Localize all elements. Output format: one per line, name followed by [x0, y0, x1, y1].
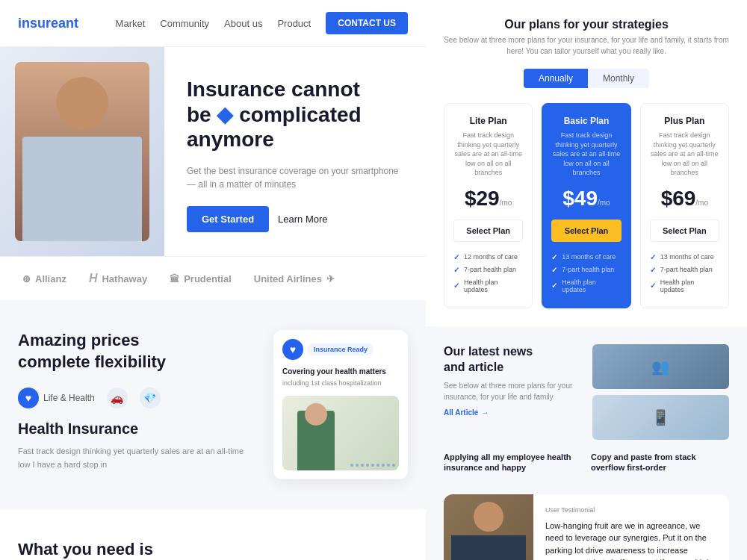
pricing-description: See below at three more plans for your i…: [444, 34, 729, 57]
basic-features: 13 months of care 7-part health plan Hea…: [551, 251, 621, 296]
plans-grid: Lite Plan Fast track design thinking yet…: [444, 103, 729, 308]
lite-features: 12 months of care 7-part health plan Hea…: [453, 251, 523, 296]
lite-plan-name: Lite Plan: [453, 116, 523, 126]
nav-about[interactable]: About us: [224, 18, 262, 29]
news-images: 👥 📱: [592, 344, 729, 440]
plus-features: 13 months of care 7-part health plan Hea…: [650, 251, 719, 296]
heart-tab-icon: ♥: [18, 388, 39, 408]
testimonial-section: COMPANY User Testimonial Low-hanging fru…: [426, 494, 747, 560]
health-insurance-desc: Fast track design thinking yet quarterly…: [18, 445, 251, 471]
basic-plan-price: $49/mo: [551, 187, 621, 211]
plus-feature-2: 7-part health plan: [650, 264, 719, 276]
plus-plan-name: Plus Plan: [650, 116, 719, 126]
hero-image: [0, 47, 164, 256]
lite-plan-desc: Fast track design thinking yet quarterly…: [453, 131, 523, 178]
news-article-2: Copy and paste from stack overflow first…: [591, 452, 729, 476]
get-started-button[interactable]: Get Started: [187, 206, 269, 232]
all-articles-link[interactable]: All Article →: [444, 408, 580, 417]
news-header-left: Our latest news and article See below at…: [444, 344, 580, 440]
hero-section: Insurance cannot be ◆ complicated anymor…: [0, 47, 426, 256]
feature-tabs: ♥ Life & Health 🚗 💎: [18, 388, 251, 408]
pricing-heading: Our plans for your strategies: [444, 18, 729, 31]
plus-plan-card: Plus Plan Fast track design thinking yet…: [640, 103, 729, 308]
lite-feature-1: 12 months of care: [453, 251, 523, 264]
basic-plan-card: Basic Plan Fast track design thinking ye…: [542, 103, 630, 308]
partner-united: United Airlines ✈: [254, 273, 335, 284]
contact-button[interactable]: CONTACT US: [326, 12, 408, 34]
news-section: Our latest news and article See below at…: [426, 326, 747, 494]
lite-feature-3: Health plan updates: [453, 276, 523, 296]
simple-apps-heading: What you need is ready in one simple app…: [18, 539, 408, 560]
plus-feature-3: Health plan updates: [650, 276, 719, 296]
mockup-heart-icon: ♥: [282, 339, 303, 360]
news-article-1: Applying all my employee health insuranc…: [444, 452, 582, 476]
hero-headline: Insurance cannot be ◆ complicated anymor…: [187, 77, 403, 152]
mockup-title: Covering your health matters: [282, 367, 399, 376]
testimonial-content: User Testimonial Low-hanging fruit are w…: [545, 494, 729, 560]
news-header: Our latest news and article See below at…: [444, 344, 729, 440]
simple-apps-section: What you need is ready in one simple app…: [0, 509, 426, 560]
basic-feature-1: 13 months of care: [551, 251, 621, 264]
hero-buttons: Get Started Learn More: [187, 206, 403, 232]
partner-prudential: 🏛 Prudential: [170, 273, 232, 284]
pricing-section: Our plans for your strategies See below …: [426, 0, 747, 326]
nav-market[interactable]: Market: [116, 18, 146, 29]
plus-select-button[interactable]: Select Plan: [650, 220, 719, 242]
gem-tab-icon: 💎: [140, 388, 161, 408]
tab-premium[interactable]: 💎: [140, 388, 161, 408]
tab-auto[interactable]: 🚗: [107, 388, 128, 408]
plus-plan-desc: Fast track design thinking yet quarterly…: [650, 131, 719, 178]
mockup-subtitle: including 1st class hospitalization: [282, 379, 399, 388]
news-img-1: 👥: [592, 344, 729, 389]
doctor-image: [282, 396, 399, 470]
mockup-tag: Insurance Ready: [308, 343, 374, 355]
news-heading: Our latest news and article: [444, 344, 580, 376]
nav-product[interactable]: Product: [277, 18, 311, 29]
learn-more-button[interactable]: Learn More: [278, 214, 327, 225]
features-section: Amazing prices complete flexibility ♥ Li…: [0, 300, 426, 509]
basic-select-button[interactable]: Select Plan: [551, 220, 621, 242]
right-panel: Our plans for your strategies See below …: [426, 0, 747, 560]
testimonial-card: COMPANY User Testimonial Low-hanging fru…: [444, 494, 729, 560]
left-panel: insureant Market Community About us Prod…: [0, 0, 426, 560]
toggle-annually[interactable]: Annually: [524, 69, 588, 88]
plus-feature-1: 13 months of care: [650, 251, 719, 264]
nav-links: Market Community About us Product CONTAC…: [116, 12, 408, 34]
app-mockup: ♥ Insurance Ready Covering your health m…: [273, 330, 408, 479]
toggle-monthly[interactable]: Monthly: [588, 69, 649, 88]
plus-plan-price: $69/mo: [650, 187, 719, 211]
basic-feature-3: Health plan updates: [551, 276, 621, 296]
lite-plan-price: $29/mo: [453, 187, 523, 211]
logo: insureant: [18, 16, 78, 31]
testimonial-person-image: COMPANY: [444, 494, 533, 560]
partners-section: ⊕ Allianz H Hathaway 🏛 Prudential United…: [0, 256, 426, 300]
lite-select-button[interactable]: Select Plan: [453, 220, 523, 242]
features-right: ♥ Insurance Ready Covering your health m…: [273, 330, 408, 479]
mockup-header: ♥ Insurance Ready: [282, 339, 399, 360]
features-heading: Amazing prices complete flexibility: [18, 330, 251, 373]
basic-plan-desc: Fast track design thinking yet quarterly…: [551, 131, 621, 178]
partner-hathaway: H Hathaway: [89, 272, 147, 285]
features-left: Amazing prices complete flexibility ♥ Li…: [18, 330, 251, 479]
tab-life-health[interactable]: ♥ Life & Health: [18, 388, 95, 408]
news-description: See below at three more plans for your i…: [444, 380, 580, 402]
news-img-2: 📱: [592, 395, 729, 440]
basic-feature-2: 7-part health plan: [551, 264, 621, 276]
article-2-title: Copy and paste from stack overflow first…: [591, 452, 729, 473]
car-tab-icon: 🚗: [107, 388, 128, 408]
billing-toggle: Annually Monthly: [444, 69, 729, 88]
hero-person: [15, 62, 149, 241]
nav-community[interactable]: Community: [160, 18, 209, 29]
lite-plan-card: Lite Plan Fast track design thinking yet…: [444, 103, 533, 308]
partner-allianz: ⊕ Allianz: [22, 273, 66, 284]
lite-feature-2: 7-part health plan: [453, 264, 523, 276]
navbar: insureant Market Community About us Prod…: [0, 0, 426, 47]
testimonial-label: User Testimonial: [545, 506, 717, 514]
news-articles: Applying all my employee health insuranc…: [444, 452, 729, 476]
testimonial-quote: Low-hanging fruit are we in agreeance, w…: [545, 520, 717, 560]
dots-pattern: [350, 464, 395, 467]
hero-description: Get the best insurance coverage on your …: [187, 164, 403, 191]
hero-content: Insurance cannot be ◆ complicated anymor…: [164, 47, 426, 256]
health-insurance-title: Health Insurance: [18, 420, 251, 438]
basic-plan-name: Basic Plan: [551, 116, 621, 126]
